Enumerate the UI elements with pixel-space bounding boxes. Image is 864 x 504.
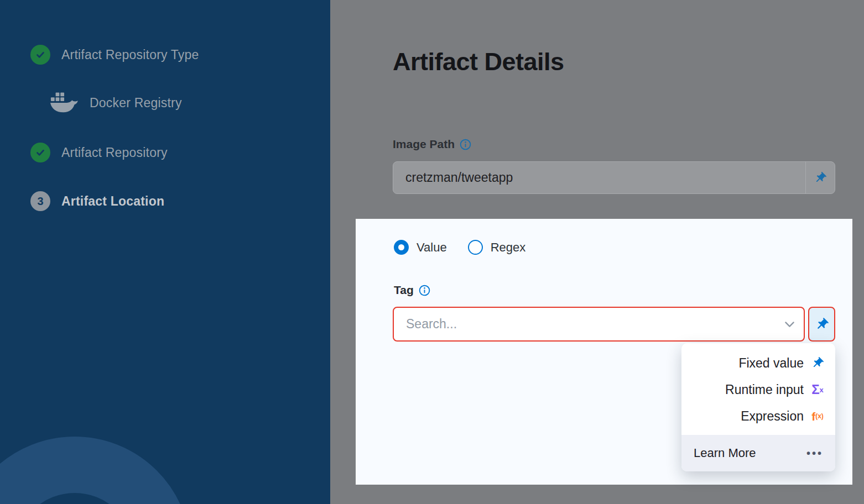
tag-input-type-pin-button[interactable] [808,307,835,342]
page-title: Artifact Details [393,48,564,76]
fixed-value-pin-icon[interactable] [805,162,835,193]
check-circle-icon [30,143,50,162]
artifact-wizard-screen: Artifact Repository Type Docker Registry [0,0,864,504]
wizard-sidebar: Artifact Repository Type Docker Registry [0,0,330,504]
menu-item-label: Runtime input [725,382,804,397]
decorative-swirl [0,437,191,504]
menu-item-label: Fixed value [738,356,804,371]
image-path-input[interactable] [393,162,805,193]
step-label: Artifact Repository [61,145,168,160]
info-icon[interactable] [460,139,471,150]
image-path-label: Image Path [393,138,455,151]
sidebar-step-artifact-repository[interactable]: Artifact Repository [30,143,168,162]
sigma-runtime-icon: Σx [810,383,825,396]
sidebar-substep-docker-registry[interactable]: Docker Registry [50,90,182,116]
substep-label: Docker Registry [90,96,182,111]
menu-item-fixed-value[interactable]: Fixed value [681,350,835,376]
info-icon[interactable] [419,285,430,296]
input-type-menu: Fixed value Runtime input Σx Expression … [681,343,835,471]
more-options-dots-icon[interactable]: ••• [806,447,823,460]
radio-regex-label: Regex [491,240,526,255]
fx-expression-icon: f(x) [810,411,825,422]
check-circle-icon [30,45,50,65]
tag-search-input[interactable] [394,317,775,332]
step-label: Artifact Location [61,194,164,209]
menu-item-runtime-input[interactable]: Runtime input Σx [681,376,835,403]
tag-label: Tag [394,284,414,297]
sidebar-step-artifact-location[interactable]: 3 Artifact Location [30,191,164,211]
menu-footer: Learn More ••• [681,435,835,471]
image-path-label-row: Image Path [393,138,471,151]
tag-label-row: Tag [394,284,430,297]
tag-select-field[interactable] [393,307,805,342]
sidebar-step-artifact-repository-type[interactable]: Artifact Repository Type [30,45,199,65]
menu-item-label: Expression [741,409,804,424]
learn-more-link[interactable]: Learn More [694,446,756,460]
radio-regex[interactable] [468,240,483,255]
radio-value[interactable] [394,240,409,255]
docker-whale-icon [50,90,80,116]
tag-type-radio-group: Value Regex [394,240,525,255]
radio-value-label: Value [417,240,447,255]
pin-icon [810,356,825,370]
input-type-menu-items: Fixed value Runtime input Σx Expression … [681,343,835,435]
step-number-badge: 3 [30,191,50,211]
chevron-down-icon[interactable] [775,321,804,328]
image-path-field [393,161,835,194]
menu-item-expression[interactable]: Expression f(x) [681,403,835,429]
step-label: Artifact Repository Type [61,48,199,62]
